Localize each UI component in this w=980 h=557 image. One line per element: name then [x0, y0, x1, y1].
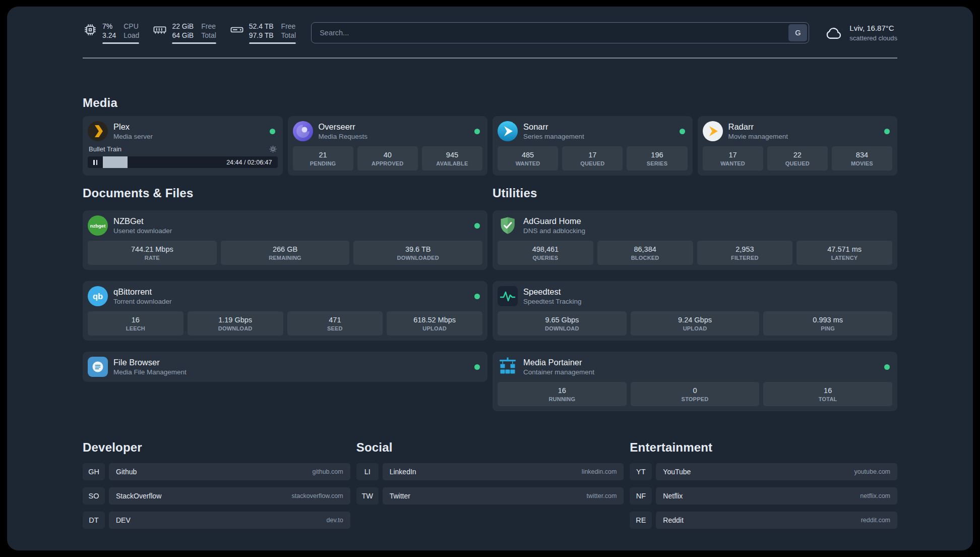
- section-title-documents: Documents & Files: [83, 186, 487, 200]
- overseerr-icon: [293, 121, 313, 141]
- gear-icon[interactable]: [269, 145, 277, 153]
- search-bar[interactable]: G: [311, 22, 809, 43]
- stat-value: 471: [289, 316, 381, 324]
- service-link-plex[interactable]: Plex Media server: [88, 121, 278, 141]
- bookmark-domain: youtube.com: [854, 468, 890, 475]
- service-name: Radarr: [728, 122, 879, 132]
- service-link-nzbget[interactable]: nzbget NZBGet Usenet downloader: [88, 215, 482, 236]
- status-dot: [680, 129, 685, 134]
- stat-value: 39.6 TB: [355, 245, 480, 253]
- service-card-adguard: AdGuard Home DNS and adblocking 498,461 …: [493, 210, 897, 270]
- stat-value: 485: [500, 151, 556, 159]
- disk-total-value: 97.9 TB: [249, 31, 274, 40]
- bookmark-group-entertainment: Entertainment YT YouTube youtube.com NF …: [630, 440, 897, 529]
- stat-block: 834 MOVIES: [832, 146, 892, 171]
- bookmark-name: DEV: [116, 516, 131, 524]
- stat-block: 9.24 Gbps UPLOAD: [631, 311, 760, 336]
- bookmark-domain: github.com: [313, 468, 343, 475]
- stat-label: SEED: [289, 325, 381, 331]
- portainer-icon: [498, 357, 518, 377]
- disk-widget: 52.4 TB 97.9 TB Free Total: [229, 22, 296, 44]
- service-link-overseerr[interactable]: Overseerr Media Requests: [293, 121, 483, 141]
- stat-value: 0: [633, 386, 758, 395]
- service-link-adguard[interactable]: AdGuard Home DNS and adblocking: [498, 215, 892, 236]
- bookmark-dev[interactable]: DT DEV dev.to: [83, 512, 350, 529]
- service-card-plex: Plex Media server Bullet Train: [83, 116, 283, 176]
- service-card-overseerr: Overseerr Media Requests 21 PENDING 40 A…: [288, 116, 488, 176]
- status-dot: [474, 223, 480, 229]
- stat-value: 86,384: [599, 245, 691, 253]
- service-name: Media Portainer: [523, 357, 879, 368]
- service-desc: Torrent downloader: [113, 298, 469, 306]
- stat-block: 485 WANTED: [498, 146, 558, 171]
- stat-label: TOTAL: [765, 396, 890, 402]
- service-link-qbittorrent[interactable]: qb qBittorrent Torrent downloader: [88, 286, 482, 306]
- bookmark-netflix[interactable]: NF Netflix netflix.com: [630, 487, 897, 505]
- bookmark-abbr: RE: [630, 512, 652, 529]
- bookmark-twitter[interactable]: TW Twitter twitter.com: [356, 487, 624, 505]
- bookmark-linkedin[interactable]: LI LinkedIn linkedin.com: [356, 463, 624, 480]
- status-dot: [884, 364, 890, 370]
- stat-value: 196: [629, 151, 685, 159]
- stat-block: 0.993 ms PING: [763, 311, 892, 336]
- service-desc: Media server: [113, 133, 264, 141]
- stat-block: 266 GB REMAINING: [221, 241, 350, 265]
- service-desc: Series management: [523, 133, 674, 141]
- playback-time: 24:44 / 02:06:47: [226, 156, 272, 168]
- plex-now-playing: Bullet Train 24:44 / 02:06:47: [88, 145, 278, 168]
- service-link-filebrowser[interactable]: File Browser Media File Management: [88, 357, 482, 377]
- section-title-media: Media: [83, 96, 897, 110]
- stat-label: UPLOAD: [389, 325, 480, 331]
- bookmark-stackoverflow[interactable]: SO StackOverflow stackoverflow.com: [83, 487, 350, 505]
- playback-progress-bar[interactable]: 24:44 / 02:06:47: [88, 156, 278, 168]
- service-link-portainer[interactable]: Media Portainer Container management: [498, 357, 892, 377]
- service-link-sonarr[interactable]: Sonarr Series management: [498, 121, 688, 141]
- stat-value: 9.65 Gbps: [500, 316, 625, 324]
- bookmark-github[interactable]: GH Github github.com: [83, 463, 350, 480]
- cpu-load-value: 3.24: [102, 31, 116, 40]
- bookmark-group-social: Social LI LinkedIn linkedin.com TW Twitt…: [356, 440, 624, 529]
- bookmark-domain: dev.to: [327, 517, 343, 524]
- status-dot: [474, 129, 480, 134]
- stat-block: 47.571 ms LATENCY: [797, 241, 892, 265]
- search-input[interactable]: [313, 24, 788, 41]
- resource-widgets: 7% 3.24 CPU Load: [83, 22, 296, 44]
- stat-value: 9.24 Gbps: [633, 316, 758, 324]
- service-link-speedtest[interactable]: Speedtest Speedtest Tracking: [498, 286, 892, 306]
- stat-label: REMAINING: [223, 255, 348, 261]
- pause-icon[interactable]: [88, 160, 103, 165]
- cpu-widget: 7% 3.24 CPU Load: [83, 22, 139, 44]
- stat-label: SERIES: [629, 160, 685, 166]
- weather-widget: Lviv, 16.87°C scattered clouds: [824, 23, 897, 42]
- service-name: Sonarr: [523, 122, 674, 132]
- stat-label: PENDING: [295, 160, 351, 166]
- memory-free-value: 22 GiB: [172, 22, 194, 31]
- disk-meter: [249, 42, 296, 44]
- stat-label: DOWNLOAD: [190, 325, 281, 331]
- service-link-radarr[interactable]: Radarr Movie management: [703, 121, 893, 141]
- memory-total-label: Total: [201, 31, 216, 40]
- service-card-radarr: Radarr Movie management 17 WANTED 22 QUE…: [698, 116, 898, 176]
- service-desc: DNS and adblocking: [523, 227, 892, 236]
- weather-location: Lviv, 16.87°C: [849, 23, 897, 33]
- search-provider-button[interactable]: G: [788, 24, 807, 41]
- stat-block: 16 TOTAL: [763, 382, 892, 406]
- bookmark-name: LinkedIn: [390, 468, 416, 476]
- stat-value: 744.21 Mbps: [90, 245, 215, 253]
- disk-icon: [229, 22, 244, 37]
- stat-value: 16: [765, 386, 890, 395]
- stat-value: 618.52 Mbps: [389, 316, 480, 324]
- memory-meter: [172, 42, 216, 44]
- service-name: Speedtest: [523, 287, 892, 297]
- stat-block: 1.19 Gbps DOWNLOAD: [188, 311, 283, 336]
- memory-total-value: 64 GiB: [172, 31, 194, 40]
- now-playing-title: Bullet Train: [89, 145, 121, 153]
- topbar-divider: [83, 58, 897, 59]
- service-name: Overseerr: [319, 122, 469, 132]
- stat-block: 471 SEED: [287, 311, 383, 336]
- stat-block: 21 PENDING: [293, 146, 353, 171]
- bookmark-reddit[interactable]: RE Reddit reddit.com: [630, 512, 897, 529]
- cloud-icon: [824, 25, 843, 41]
- disk-readout: 52.4 TB 97.9 TB Free Total: [249, 22, 296, 44]
- bookmark-youtube[interactable]: YT YouTube youtube.com: [630, 463, 897, 480]
